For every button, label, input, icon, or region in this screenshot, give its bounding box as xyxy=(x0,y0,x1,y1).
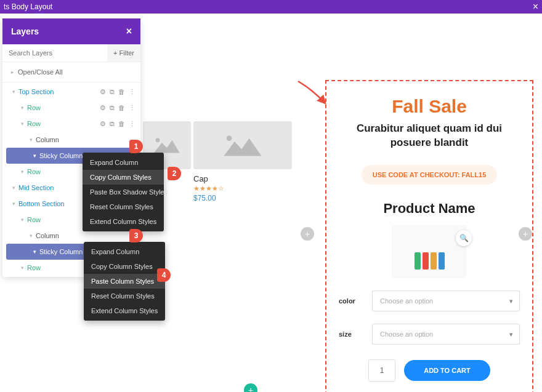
tree-row[interactable]: ▾Row⚙⧉🗑⋮ xyxy=(2,100,140,116)
annotation-marker-2: 2 xyxy=(168,167,181,180)
more-icon[interactable]: ⋮ xyxy=(129,104,136,112)
tree-row[interactable]: ▾Top Section⚙⧉🗑⋮ xyxy=(2,84,140,100)
image-placeholder-icon xyxy=(193,121,292,169)
layers-panel: Layers × + Filter Open/Close All ▾Top Se… xyxy=(2,18,140,277)
trash-icon[interactable]: 🗑 xyxy=(118,120,125,128)
gear-icon[interactable]: ⚙ xyxy=(100,88,106,96)
context-menu-item[interactable]: Reset Column Styles xyxy=(84,289,165,303)
close-icon[interactable]: × xyxy=(126,26,132,37)
add-to-cart-button[interactable]: ADD TO CART xyxy=(404,360,490,381)
context-menu-item[interactable]: Expand Column xyxy=(84,244,165,259)
duplicate-icon[interactable]: ⧉ xyxy=(110,120,115,128)
search-input[interactable] xyxy=(2,44,107,62)
context-menu-item[interactable]: Expand Column xyxy=(83,155,164,170)
product-title: Cap xyxy=(193,174,292,183)
annotation-marker-3: 3 xyxy=(129,229,143,242)
add-section-button[interactable]: + xyxy=(301,227,314,241)
color-select[interactable]: Choose an option xyxy=(372,290,520,311)
open-close-all[interactable]: Open/Close All xyxy=(2,62,140,82)
gear-icon[interactable]: ⚙ xyxy=(100,120,106,128)
trash-icon[interactable]: 🗑 xyxy=(118,104,125,112)
rating-stars: ★★★★☆ xyxy=(193,185,292,193)
context-menu-item[interactable]: Extend Column Styles xyxy=(83,214,164,229)
more-icon[interactable]: ⋮ xyxy=(129,120,136,128)
context-menu-item[interactable]: Extend Column Styles xyxy=(84,303,165,318)
context-menu-item[interactable]: Paste Column Styles xyxy=(84,274,165,289)
duplicate-icon[interactable]: ⧉ xyxy=(110,88,115,96)
context-menu-item[interactable]: Copy Column Styles xyxy=(83,170,164,185)
svg-point-1 xyxy=(156,138,160,142)
product-name: Product Name xyxy=(336,201,522,217)
quantity-input[interactable]: 1 xyxy=(368,359,395,382)
size-label: size xyxy=(339,330,363,338)
context-menu-1: Expand ColumnCopy Column StylesPaste Box… xyxy=(83,153,164,231)
promo-box: Fall Sale Curabitur aliquet quam id dui … xyxy=(325,80,533,392)
layers-title: Layers xyxy=(11,26,39,36)
context-menu-item[interactable]: Paste Box Shadow Styles xyxy=(83,185,164,199)
svg-point-3 xyxy=(227,135,232,141)
color-label: color xyxy=(339,297,363,305)
context-menu-item[interactable]: Reset Column Styles xyxy=(83,199,164,214)
duplicate-icon[interactable]: ⧉ xyxy=(110,104,115,112)
close-icon[interactable]: × xyxy=(533,1,538,12)
annotation-arrow-icon xyxy=(296,79,329,107)
annotation-marker-4: 4 xyxy=(157,268,171,282)
tree-row[interactable]: ▾Row⚙⧉🗑⋮ xyxy=(2,116,140,132)
promo-subtitle: Curabitur aliquet quam id dui posuere bl… xyxy=(336,122,522,150)
coupon-badge: USE CODE AT CHECKOUT: FALL15 xyxy=(362,165,498,185)
context-menu-2: Expand ColumnCopy Column StylesPaste Col… xyxy=(84,242,165,321)
zoom-icon[interactable]: 🔍 xyxy=(456,230,472,246)
size-select[interactable]: Choose an option xyxy=(372,324,520,345)
page-title: ts Body Layout xyxy=(4,2,52,11)
context-menu-item[interactable]: Copy Column Styles xyxy=(84,259,165,274)
more-icon[interactable]: ⋮ xyxy=(129,88,136,96)
product-image: 🔍 xyxy=(392,225,467,278)
promo-title: Fall Sale xyxy=(336,96,522,117)
filter-button[interactable]: + Filter xyxy=(107,44,140,62)
trash-icon[interactable]: 🗑 xyxy=(118,88,125,96)
add-row-button[interactable]: + xyxy=(244,383,257,392)
annotation-marker-1: 1 xyxy=(129,140,143,153)
gear-icon[interactable]: ⚙ xyxy=(100,104,106,112)
product-card[interactable]: Cap ★★★★☆ $75.00 xyxy=(193,121,292,202)
tree-row[interactable]: ▾Column xyxy=(2,132,140,148)
product-price: $75.00 xyxy=(193,194,292,202)
